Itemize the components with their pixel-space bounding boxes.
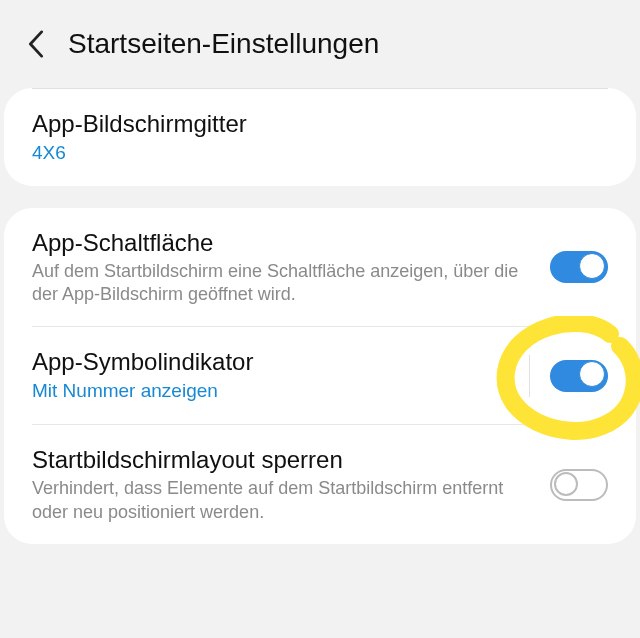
header-bar: Startseiten-Einstellungen <box>0 0 640 88</box>
chevron-left-icon <box>27 30 45 58</box>
page-title: Startseiten-Einstellungen <box>68 28 379 60</box>
card-grid: App-Bildschirmgitter 4X6 <box>4 88 636 186</box>
vertical-divider <box>529 355 530 397</box>
row-lock-layout[interactable]: Startbildschirmlayout sperren Verhindert… <box>4 425 636 544</box>
row-app-grid[interactable]: App-Bildschirmgitter 4X6 <box>4 89 636 186</box>
row-app-indicator[interactable]: App-Symbolindikator Mit Nummer anzeigen <box>4 327 636 424</box>
toggle-app-button[interactable] <box>550 251 608 283</box>
row-title: App-Symbolindikator <box>32 347 513 377</box>
toggle-lock-layout[interactable] <box>550 469 608 501</box>
row-app-button[interactable]: App-Schaltfläche Auf dem Startbildschirm… <box>4 208 636 327</box>
row-desc: Verhindert, dass Elemente auf dem Startb… <box>32 477 534 524</box>
row-title: App-Schaltfläche <box>32 228 534 258</box>
toggle-thumb <box>579 361 605 387</box>
row-value: 4X6 <box>32 141 608 166</box>
card-options: App-Schaltfläche Auf dem Startbildschirm… <box>4 208 636 544</box>
row-title: Startbildschirmlayout sperren <box>32 445 534 475</box>
row-desc: Auf dem Startbildschirm eine Schaltfläch… <box>32 260 534 307</box>
toggle-app-indicator[interactable] <box>550 360 608 392</box>
back-button[interactable] <box>22 30 50 58</box>
toggle-thumb <box>554 472 578 496</box>
row-desc: Mit Nummer anzeigen <box>32 379 513 404</box>
toggle-thumb <box>579 253 605 279</box>
row-title: App-Bildschirmgitter <box>32 109 608 139</box>
